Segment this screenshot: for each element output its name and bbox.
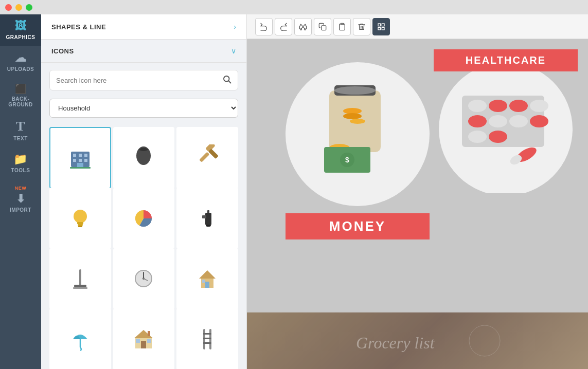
svg-rect-57 [378,27,381,30]
svg-rect-17 [77,222,83,224]
icons-panel: SHAPES & LINE › ICONS ∨ [41,14,247,369]
sidebar-item-graphics[interactable]: 🖼 GRAPHICS [0,14,41,46]
svg-rect-18 [78,224,83,226]
close-button[interactable] [5,4,12,11]
sidebar-item-text[interactable]: T TEXT [0,114,41,147]
minimize-button[interactable] [15,4,22,11]
svg-rect-9 [77,163,83,167]
svg-rect-25 [79,269,81,286]
category-dropdown[interactable]: Household Business Education Food Health… [49,99,238,118]
svg-line-1 [228,81,230,83]
icon-cell-gavel[interactable] [176,127,238,189]
uploads-icon: ☁ [15,52,27,64]
icon-cell-ladder[interactable] [176,308,238,369]
sidebar-item-uploads[interactable]: ☁ UPLOADS [0,46,41,78]
maximize-button[interactable] [26,4,32,11]
svg-point-86 [469,325,500,356]
svg-rect-54 [341,23,343,25]
icon-cell-house[interactable] [176,248,238,310]
svg-rect-10 [70,167,91,169]
svg-rect-48 [203,342,211,344]
delete-button[interactable] [353,18,370,35]
healthcare-card: HEALTHCARE [431,49,580,204]
icons-section-title: ICONS [51,47,74,55]
svg-point-65 [350,119,365,124]
background-icon: ⬛ [15,84,27,94]
undo-button[interactable] [255,18,273,35]
money-label: MONEY [286,213,430,239]
canvas-content: $ MONEY HEALTHCARE [247,39,588,369]
icon-cell-building[interactable] [49,127,111,189]
svg-point-76 [530,100,548,112]
search-container [41,63,246,96]
svg-rect-41 [136,339,140,343]
svg-rect-6 [73,159,76,162]
sidebar-item-background[interactable]: ⬛ BACK-GROUND [0,78,41,114]
sidebar-item-tools[interactable]: 📁 TOOLS [0,147,41,179]
svg-rect-5 [84,154,87,157]
icon-cell-mop[interactable] [49,248,111,310]
sidebar-item-tools-label: TOOLS [11,168,30,173]
svg-rect-55 [378,24,381,26]
svg-rect-14 [199,152,210,162]
sidebar-item-uploads-label: UPLOADS [7,66,34,72]
graphics-icon: 🖼 [15,21,27,32]
svg-marker-32 [199,270,216,279]
icons-section: ICONS ∨ Household [41,40,246,369]
svg-rect-8 [84,159,87,162]
tools-icon: 📁 [13,154,28,165]
svg-point-80 [530,115,548,127]
svg-rect-56 [382,24,384,26]
nav-sidebar: 🖼 GRAPHICS ☁ UPLOADS ⬛ BACK-GROUND T TEX… [0,14,41,369]
svg-rect-3 [73,154,76,157]
svg-point-73 [468,100,487,112]
canvas-scene: $ MONEY HEALTHCARE [247,39,588,369]
svg-rect-4 [79,154,82,157]
cut-button[interactable] [294,18,312,35]
shapes-section-header[interactable]: SHAPES & LINE › [41,14,246,40]
sidebar-item-import-label: IMPORT [10,207,31,213]
redo-button[interactable] [275,18,292,35]
svg-rect-15 [208,149,219,159]
shapes-chevron-icon: › [234,23,236,31]
icon-cell-bulb[interactable] [49,188,111,249]
canvas-area: $ MONEY HEALTHCARE [247,14,588,369]
app-container: 🖼 GRAPHICS ☁ UPLOADS ⬛ BACK-GROUND T TEX… [0,14,588,369]
icons-section-header[interactable]: ICONS ∨ [41,40,246,63]
svg-point-75 [509,100,528,112]
svg-text:$: $ [345,156,349,164]
svg-point-12 [139,148,148,151]
icon-cell-pie-chart[interactable] [113,188,175,249]
svg-rect-23 [207,210,209,213]
search-input[interactable] [56,77,218,84]
svg-point-79 [509,115,528,127]
svg-point-64 [343,113,362,119]
sidebar-item-import[interactable]: NEW ⬇ IMPORT [0,179,41,219]
icon-cell-ink[interactable] [176,188,238,249]
sidebar-item-background-label: BACK-GROUND [8,96,32,107]
svg-rect-47 [203,338,211,339]
search-icon [222,75,231,86]
icon-cell-umbrella[interactable] [49,308,111,369]
svg-rect-58 [382,27,384,30]
svg-rect-46 [203,333,211,335]
svg-rect-21 [205,213,211,225]
svg-rect-22 [202,215,206,218]
svg-rect-35 [202,280,205,283]
svg-point-77 [468,115,487,127]
dropdown-container: Household Business Education Food Health… [41,96,246,125]
icon-cell-clock[interactable] [113,248,175,310]
icon-cell-trash-bag[interactable] [113,127,175,189]
svg-rect-7 [79,159,82,162]
svg-point-16 [74,210,87,223]
svg-text:Grocery list: Grocery list [356,334,435,352]
grid-view-button[interactable] [372,18,390,35]
icons-grid [41,125,246,369]
svg-rect-19 [78,226,82,227]
copy-button[interactable] [314,18,331,35]
title-bar [0,0,588,14]
shapes-section-title: SHAPES & LINE [51,23,106,31]
icons-chevron-down-icon: ∨ [231,47,236,55]
paste-button[interactable] [333,18,351,35]
icon-cell-home2[interactable] [113,308,175,369]
